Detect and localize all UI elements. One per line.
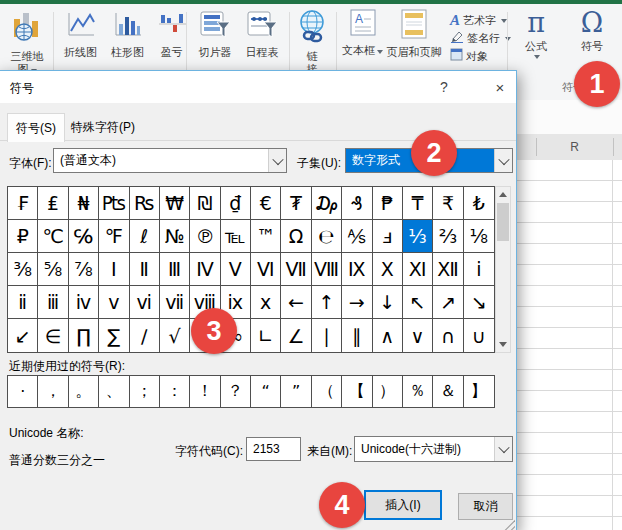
- dialog-titlebar[interactable]: 符号 ? ×: [0, 71, 516, 103]
- symbol-cell[interactable]: ⅵ: [130, 286, 160, 319]
- symbol-cell[interactable]: ₯: [312, 187, 342, 220]
- font-dropdown[interactable]: (普通文本): [53, 148, 287, 173]
- symbol-cell[interactable]: ⅶ: [160, 286, 190, 319]
- symbol-cell[interactable]: ₦: [69, 187, 99, 220]
- tab-symbols[interactable]: 符号(S): [7, 113, 65, 142]
- ribbon-textbox-button[interactable]: A 文本框: [340, 9, 385, 57]
- ribbon-slicer-button[interactable]: 切片器: [192, 9, 238, 59]
- symbol-cell[interactable]: ℅: [69, 220, 99, 253]
- symbol-cell[interactable]: ∩: [433, 319, 463, 352]
- symbol-cell[interactable]: ↓: [373, 286, 403, 319]
- symbol-cell[interactable]: ⅱ: [8, 286, 38, 319]
- char-code-input[interactable]: [246, 437, 301, 461]
- symbol-cell[interactable]: ↘: [464, 286, 494, 319]
- symbol-cell[interactable]: ₤: [38, 187, 68, 220]
- symbol-cell[interactable]: ₽: [8, 220, 38, 253]
- recent-symbol-cell[interactable]: ！: [190, 376, 220, 407]
- symbol-cell[interactable]: ₣: [8, 187, 38, 220]
- dropdown-arrow-button[interactable]: [268, 149, 286, 172]
- symbol-cell[interactable]: €: [251, 187, 281, 220]
- symbol-cell[interactable]: Ⅰ: [99, 253, 129, 286]
- symbol-cell[interactable]: ℗: [190, 220, 220, 253]
- symbol-cell[interactable]: ₪: [190, 187, 220, 220]
- scrollbar-thumb[interactable]: [497, 203, 509, 241]
- ribbon-signature-button[interactable]: 签名行: [450, 30, 511, 46]
- recent-symbol-cell[interactable]: ；: [130, 376, 160, 407]
- symbol-cell[interactable]: ∟: [251, 319, 281, 352]
- symbol-cell[interactable]: ∕: [130, 319, 160, 352]
- symbol-cell[interactable]: ℮: [312, 220, 342, 253]
- from-dropdown[interactable]: Unicode(十六进制): [354, 436, 513, 462]
- symbol-grid-scrollbar[interactable]: [495, 186, 511, 353]
- symbol-cell[interactable]: Ⅶ: [281, 253, 311, 286]
- symbol-cell[interactable]: ∑: [99, 319, 129, 352]
- symbol-cell[interactable]: →: [342, 286, 372, 319]
- ribbon-object-button[interactable]: 对象: [450, 48, 488, 64]
- symbol-cell[interactable]: ∣: [312, 319, 342, 352]
- recent-symbol-cell[interactable]: ？: [221, 376, 251, 407]
- symbol-cell[interactable]: ∈: [38, 319, 68, 352]
- symbol-cell[interactable]: Ω: [281, 220, 311, 253]
- symbol-cell[interactable]: √: [160, 319, 190, 352]
- symbol-cell[interactable]: ⅰ: [464, 253, 494, 286]
- symbol-cell[interactable]: ↖: [403, 286, 433, 319]
- symbol-cell[interactable]: ⅛: [464, 220, 494, 253]
- symbol-cell[interactable]: ₮: [281, 187, 311, 220]
- column-header-r[interactable]: R: [536, 140, 613, 154]
- symbol-cell[interactable]: ℡: [221, 220, 251, 253]
- symbol-cell[interactable]: Ⅸ: [342, 253, 372, 286]
- ribbon-link-button[interactable]: 链 接: [292, 9, 332, 76]
- symbol-cell[interactable]: ⅎ: [373, 220, 403, 253]
- symbol-cell[interactable]: ℉: [99, 220, 129, 253]
- symbol-cell[interactable]: ⅍: [342, 220, 372, 253]
- recent-symbol-cell[interactable]: ，: [38, 376, 68, 407]
- recent-symbol-cell[interactable]: 【: [342, 376, 372, 407]
- symbol-cell[interactable]: Ⅷ: [312, 253, 342, 286]
- symbol-cell[interactable]: ∨: [403, 319, 433, 352]
- recent-symbol-cell[interactable]: 、: [99, 376, 129, 407]
- scroll-down-button[interactable]: [496, 337, 510, 352]
- scroll-up-button[interactable]: [496, 187, 510, 202]
- symbol-cell[interactable]: ⅲ: [38, 286, 68, 319]
- recent-symbol-cell[interactable]: ·: [8, 376, 38, 407]
- ribbon-timeline-button[interactable]: 日程表: [238, 9, 286, 59]
- recent-symbol-cell[interactable]: ：: [160, 376, 190, 407]
- symbol-cell[interactable]: ℓ: [130, 220, 160, 253]
- symbol-cell[interactable]: Ⅲ: [160, 253, 190, 286]
- symbol-cell[interactable]: ₰: [342, 187, 372, 220]
- symbol-cell[interactable]: №: [160, 220, 190, 253]
- symbol-cell[interactable]: ₹: [433, 187, 463, 220]
- symbol-cell[interactable]: ↗: [433, 286, 463, 319]
- recent-symbol-cell[interactable]: 。: [69, 376, 99, 407]
- symbol-cell[interactable]: ∠: [281, 319, 311, 352]
- symbol-cell[interactable]: ⅞: [69, 253, 99, 286]
- dropdown-arrow-button[interactable]: [494, 149, 512, 172]
- symbol-cell[interactable]: ⅜: [8, 253, 38, 286]
- help-button[interactable]: ?: [429, 73, 459, 101]
- symbol-cell[interactable]: ₫: [221, 187, 251, 220]
- ribbon-line-chart-button[interactable]: 折线图: [57, 9, 104, 59]
- recent-symbol-cell[interactable]: ％: [403, 376, 433, 407]
- symbol-cell[interactable]: ⅳ: [69, 286, 99, 319]
- symbol-cell[interactable]: Ⅴ: [221, 253, 251, 286]
- symbol-cell[interactable]: ⅹ: [251, 286, 281, 319]
- tab-special-characters[interactable]: 特殊字符(P): [63, 113, 143, 141]
- symbol-cell[interactable]: ™: [251, 220, 281, 253]
- symbol-cell[interactable]: Ⅹ: [373, 253, 403, 286]
- recent-symbol-cell[interactable]: “: [251, 376, 281, 407]
- symbol-cell[interactable]: Ⅱ: [130, 253, 160, 286]
- ribbon-headerfooter-button[interactable]: 页眉和页脚: [384, 9, 444, 59]
- symbol-cell[interactable]: ↙: [8, 319, 38, 352]
- symbol-cell[interactable]: ∏: [69, 319, 99, 352]
- symbol-cell[interactable]: ⅔: [433, 220, 463, 253]
- symbol-cell[interactable]: ℃: [38, 220, 68, 253]
- symbol-cell[interactable]: ₸: [403, 187, 433, 220]
- symbol-cell[interactable]: Ⅻ: [433, 253, 463, 286]
- recent-symbol-cell[interactable]: ”: [281, 376, 311, 407]
- symbol-cell[interactable]: ⅓: [403, 220, 433, 253]
- symbol-cell[interactable]: ↑: [312, 286, 342, 319]
- symbol-cell[interactable]: ∥: [342, 319, 372, 352]
- ribbon-3d-map-button[interactable]: 三维地 图: [2, 9, 52, 76]
- symbol-cell[interactable]: ←: [281, 286, 311, 319]
- symbol-cell[interactable]: ⅝: [38, 253, 68, 286]
